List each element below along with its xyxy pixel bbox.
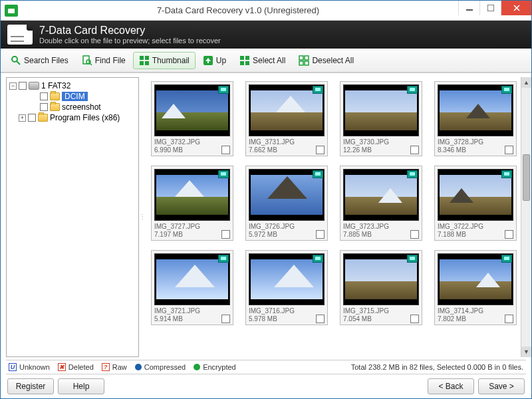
folder-tree[interactable]: − 1 FAT32 DCIM screenshot + (6, 77, 139, 357)
folder-icon (38, 114, 48, 122)
tree-item-screenshot[interactable]: screenshot (8, 102, 137, 112)
file-checkbox[interactable] (316, 230, 325, 239)
close-button[interactable] (501, 1, 531, 15)
file-name: IMG_3722.JPG (438, 223, 483, 231)
file-size: 7.054 MB (343, 315, 389, 323)
tree-item-label: DCIM (62, 92, 88, 101)
tree-item-label: Program Files (x86) (50, 113, 120, 122)
file-size: 7.188 MB (438, 231, 483, 239)
deselect-all-button[interactable]: Deselect All (293, 52, 360, 69)
file-checkbox[interactable] (221, 146, 230, 154)
svg-rect-14 (245, 56, 249, 60)
tree-root-label: 1 FAT32 (41, 81, 70, 90)
checkbox[interactable] (40, 92, 48, 100)
maximize-button[interactable] (479, 1, 501, 15)
thumbnail-card[interactable]: IMG_3714.JPG7.802 MB (434, 250, 517, 325)
thumbnail-image[interactable] (249, 169, 325, 221)
svg-line-7 (90, 63, 92, 65)
thumbnail-image[interactable] (343, 169, 419, 221)
scroll-track[interactable] (521, 88, 531, 346)
minimize-button[interactable] (458, 1, 479, 15)
svg-rect-20 (305, 61, 309, 65)
file-checkbox[interactable] (505, 230, 513, 239)
window-title: 7-Data Card Recovery v1.0 (Unregistered) (18, 5, 458, 15)
svg-rect-19 (299, 61, 303, 65)
thumbnail-card[interactable]: IMG_3731.JPG7.662 MB (245, 81, 328, 156)
thumbnail-image[interactable] (438, 253, 513, 305)
scroll-up-icon[interactable]: ▲ (521, 77, 531, 88)
collapse-icon[interactable]: − (9, 82, 17, 90)
thumbnail-image[interactable] (343, 84, 419, 136)
svg-rect-9 (145, 56, 149, 60)
tree-item-program-files[interactable]: + Program Files (x86) (8, 112, 137, 123)
svg-rect-15 (240, 61, 244, 65)
scroll-thumb[interactable] (523, 154, 530, 201)
legend-deleted: ✖Deleted (58, 363, 94, 371)
thumbnail-card[interactable]: IMG_3723.JPG7.885 MB (340, 166, 422, 241)
thumbnail-card[interactable]: IMG_3727.JPG7.197 MB (151, 166, 233, 241)
thumbnail-image[interactable] (249, 253, 325, 305)
image-type-icon (313, 255, 323, 263)
svg-rect-8 (140, 56, 144, 60)
up-label: Up (216, 56, 226, 65)
file-checkbox[interactable] (410, 230, 419, 239)
legend-compressed: Compressed (135, 363, 186, 371)
thumbnail-card[interactable]: IMG_3721.JPG5.914 MB (151, 250, 233, 325)
up-button[interactable]: Up (197, 52, 232, 69)
checkbox[interactable] (19, 82, 27, 90)
thumbnail-card[interactable]: IMG_3726.JPG5.972 MB (245, 166, 328, 241)
file-name: IMG_3732.JPG (154, 138, 200, 146)
tree-root[interactable]: − 1 FAT32 (8, 80, 137, 91)
back-button[interactable]: < Back (428, 378, 474, 394)
thumbnail-card[interactable]: IMG_3730.JPG12.26 MB (340, 81, 422, 156)
help-button[interactable]: Help (58, 378, 104, 394)
file-size: 7.197 MB (154, 231, 200, 239)
image-type-icon (407, 255, 418, 263)
file-checkbox[interactable] (316, 146, 325, 154)
sd-card-icon (7, 25, 33, 45)
file-checkbox[interactable] (316, 315, 325, 323)
expand-icon[interactable]: + (19, 114, 26, 122)
file-name: IMG_3727.JPG (154, 223, 200, 231)
thumbnail-image[interactable] (438, 169, 513, 221)
select-all-button[interactable]: Select All (233, 52, 291, 69)
file-checkbox[interactable] (505, 315, 513, 323)
find-file-label: Find File (95, 56, 126, 65)
thumbnail-card[interactable]: IMG_3715.JPG7.054 MB (340, 250, 422, 325)
file-checkbox[interactable] (505, 146, 513, 154)
checkbox[interactable] (40, 103, 48, 111)
thumbnail-image[interactable] (249, 84, 325, 136)
find-file-button[interactable]: Find File (76, 52, 132, 69)
file-name: IMG_3730.JPG (343, 138, 389, 146)
save-button[interactable]: Save > (478, 378, 525, 394)
file-checkbox[interactable] (221, 315, 230, 323)
thumbnail-image[interactable] (154, 169, 230, 221)
scrollbar[interactable]: ▲ ▼ (521, 77, 531, 357)
search-files-button[interactable]: Search Files (5, 52, 74, 69)
file-size: 7.885 MB (343, 231, 389, 239)
thumbnail-card[interactable]: IMG_3728.JPG8.346 MB (434, 81, 517, 156)
file-name: IMG_3716.JPG (249, 307, 295, 315)
thumbnail-image[interactable] (438, 84, 513, 136)
file-checkbox[interactable] (221, 230, 230, 239)
scroll-down-icon[interactable]: ▼ (521, 346, 531, 357)
file-size: 12.26 MB (343, 146, 389, 154)
thumbnail-image[interactable] (154, 84, 230, 136)
thumbnail-image[interactable] (154, 253, 230, 305)
thumbnail-grid: IMG_3732.JPG6.990 MBIMG_3731.JPG7.662 MB… (144, 77, 521, 357)
thumbnail-button[interactable]: Thumbnail (133, 52, 196, 69)
checkbox[interactable] (28, 114, 36, 122)
file-checkbox[interactable] (410, 146, 419, 154)
file-size: 7.802 MB (438, 315, 483, 323)
file-checkbox[interactable] (410, 315, 419, 323)
thumbnail-card[interactable]: IMG_3732.JPG6.990 MB (151, 81, 233, 156)
legend-unknown: UUnknown (9, 363, 50, 371)
file-size: 8.346 MB (438, 146, 483, 154)
register-button[interactable]: Register (7, 378, 54, 394)
thumbnail-card[interactable]: IMG_3722.JPG7.188 MB (434, 166, 517, 241)
tree-item-dcim[interactable]: DCIM (8, 91, 137, 102)
svg-rect-2 (487, 5, 494, 11)
thumbnail-card[interactable]: IMG_3716.JPG5.978 MB (245, 250, 328, 325)
folder-icon (50, 103, 60, 111)
thumbnail-image[interactable] (343, 253, 419, 305)
